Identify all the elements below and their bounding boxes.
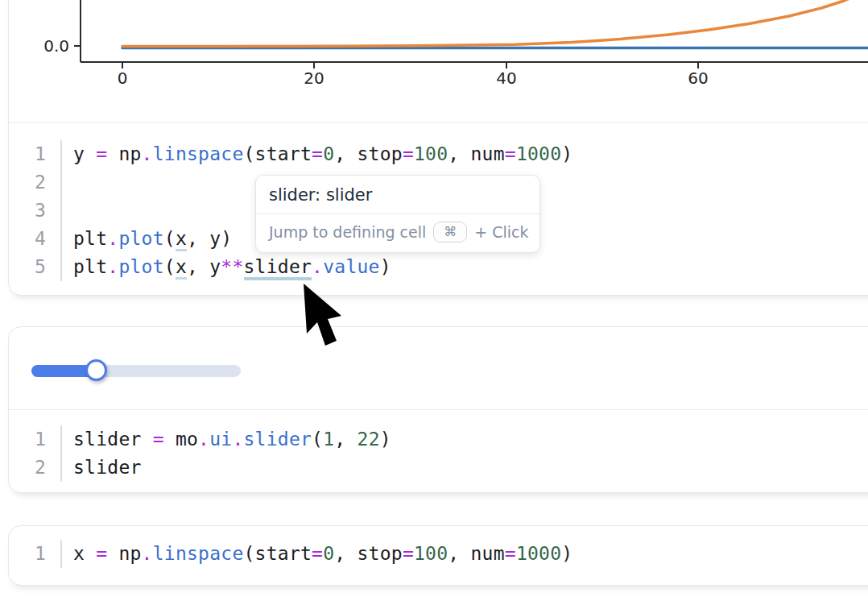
code-editor-x[interactable]: 1x = np.linspace(start=0, stop=100, num=… (9, 526, 868, 568)
variable-tooltip: slider: slider Jump to defining cell ⌘ +… (255, 175, 540, 253)
slider-handle[interactable] (85, 359, 107, 381)
slider-track[interactable] (31, 365, 241, 377)
tooltip-action-label: Jump to defining cell (269, 223, 426, 241)
line-number: 1 (9, 540, 60, 568)
code-line[interactable]: plt.plot(x, y**slider.value) (60, 253, 868, 281)
tooltip-title: slider: slider (256, 176, 539, 214)
line-number: 2 (9, 454, 60, 482)
slider-variable-token[interactable]: slider (244, 256, 312, 280)
line-number: 5 (9, 253, 60, 281)
line-number: 1 (9, 425, 60, 454)
tooltip-click-hint: + Click (474, 223, 528, 241)
line-number: 2 (9, 168, 60, 197)
code-line[interactable]: x = np.linspace(start=0, stop=100, num=1… (60, 540, 868, 568)
line-number: 3 (9, 197, 60, 225)
cmd-key-badge: ⌘ (433, 222, 467, 242)
code-line[interactable]: y = np.linspace(start=0, stop=100, num=1… (60, 140, 868, 168)
code-line[interactable]: slider (60, 454, 868, 482)
line-number: 1 (9, 140, 60, 168)
code-line[interactable]: slider = mo.ui.slider(1, 22) (60, 425, 868, 454)
tooltip-action-row: Jump to defining cell ⌘ + Click (256, 214, 539, 252)
notebook-cell-x: 1x = np.linspace(start=0, stop=100, num=… (8, 525, 868, 586)
line-number: 4 (9, 225, 60, 253)
code-editor-slider[interactable]: 1slider = mo.ui.slider(1, 22)2slider (9, 409, 868, 482)
notebook-cell-slider: 1slider = mo.ui.slider(1, 22)2slider (8, 326, 868, 493)
